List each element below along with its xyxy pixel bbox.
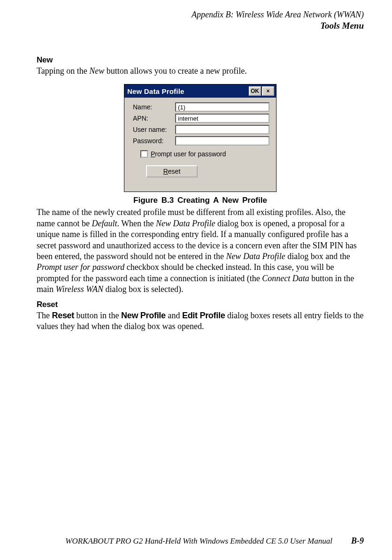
text-italic: New Data Profile [226,252,285,261]
text: The [37,311,52,320]
paragraph-reset-desc: The Reset button in the New Profile and … [37,310,364,332]
text-bold: New Profile [121,311,168,320]
close-icon: × [266,88,269,94]
dialog-body: Name: APN: User name: Password: Prompt u… [124,98,276,192]
section-heading-reset: Reset [37,300,364,309]
text-bold: Reset [52,311,74,320]
dialog-titlebar: New Data Profile OK × [124,84,276,98]
name-input[interactable] [175,102,269,112]
header-tools: Tools Menu [37,20,364,32]
label-password: Password: [133,137,175,145]
reset-label: Reset [163,168,181,175]
page-footer: WORKABOUT PRO G2 Hand-Held With Windows … [37,536,364,546]
text-bold: Edit Profile [182,311,227,320]
prompt-label: Prompt user for password [151,150,226,158]
paragraph-profile-desc: The name of the newly created profile mu… [37,207,364,295]
text: dialog box and the [285,252,350,261]
text-underline: P [151,150,155,158]
apn-input[interactable] [175,114,269,123]
text-italic: Prompt user for password [37,262,124,272]
password-input[interactable] [175,136,269,146]
prompt-checkbox-row[interactable]: Prompt user for password [140,150,269,158]
intro-paragraph: Tapping on the New button allows you to … [37,66,364,77]
text: rompt user for password [155,150,226,158]
text-italic: Default [92,219,117,228]
text-italic: New [89,66,104,76]
text: eset [168,168,180,175]
row-apn: APN: [133,114,269,123]
text-italic: New Data Profile [156,219,215,228]
new-data-profile-dialog: New Data Profile OK × Name: APN: User na… [124,84,277,192]
text-underline: R [163,168,168,175]
label-name: Name: [133,103,175,111]
text-italic: Wireless WAN [56,284,106,294]
screenshot-wrapper: New Data Profile OK × Name: APN: User na… [37,84,364,192]
figure-caption: Figure B.3 Creating A New Profile [37,196,364,205]
row-password: Password: [133,136,269,146]
page-header: Appendix B: Wireless Wide Area Network (… [37,9,364,32]
text: Tapping on the [37,66,89,76]
ok-button[interactable]: OK [249,86,261,96]
dialog-title: New Data Profile [127,87,248,95]
row-name: Name: [133,102,269,112]
prompt-checkbox[interactable] [140,150,148,158]
ok-label: OK [251,88,259,94]
footer-title: WORKABOUT PRO G2 Hand-Held With Windows … [65,537,332,546]
label-user: User name: [133,126,175,133]
text: and [168,311,182,320]
text: button allows you to create a new profil… [104,66,246,76]
text: dialog box is selected). [106,284,184,294]
header-appendix: Appendix B: Wireless Wide Area Network (… [37,9,364,20]
user-input[interactable] [175,125,269,134]
reset-button[interactable]: Reset [146,165,198,177]
text: button in the [74,311,121,320]
close-button[interactable]: × [262,86,274,96]
section-heading-new: New [37,55,364,65]
text: . When the [117,219,156,228]
row-user: User name: [133,125,269,134]
text-italic: Connect Data [262,274,309,283]
footer-page-number: B-9 [351,536,364,546]
label-apn: APN: [133,115,175,122]
